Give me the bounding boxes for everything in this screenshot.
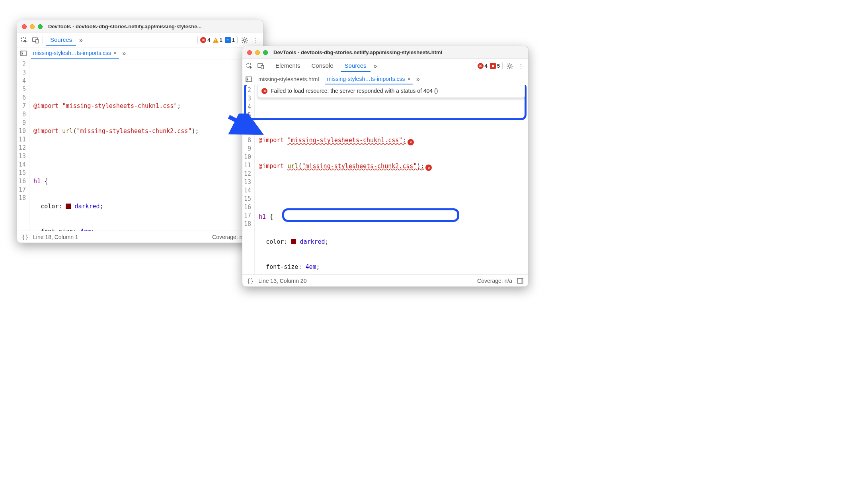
close-window-icon[interactable] [247,50,252,55]
panel-tab-console[interactable]: Console [308,60,337,72]
device-toolbar-icon[interactable] [257,62,265,70]
more-tabs-icon[interactable]: » [122,50,126,57]
format-icon[interactable]: { } [246,277,254,285]
info-badge[interactable]: ≡1 [225,37,235,43]
coverage-status: Coverage: n/a [477,278,512,284]
svg-line-9 [242,38,243,39]
file-tabbar: missing-stylesh…ts-imports.css × » [17,47,263,59]
file-tabbar: missing-stylesheets.html missing-stylesh… [242,73,528,85]
maximize-window-icon[interactable] [263,50,268,55]
issue-badges[interactable]: ✕4 ■5 [475,62,503,70]
code-editor[interactable]: 23456789101112131415161718 ✕ Failed to l… [242,85,528,274]
arrow-annotation [226,114,265,139]
code-area[interactable]: @import "missing-stylesheets-chukn1.css"… [29,59,263,231]
file-tab-css[interactable]: missing-stylesh…ts-imports.css × [31,48,119,59]
close-tab-icon[interactable]: × [113,50,117,56]
panel-tab-sources[interactable]: Sources [341,60,371,72]
inline-error-icon[interactable]: ✕ [425,165,432,171]
svg-line-28 [511,64,512,65]
sidebar-toggle-icon[interactable] [516,277,524,285]
minimize-window-icon[interactable] [30,24,35,29]
svg-rect-3 [36,39,38,43]
navigator-toggle-icon[interactable] [20,49,27,57]
error-badge[interactable]: ✕4 [200,37,210,43]
inspect-icon[interactable] [20,36,28,44]
maximize-window-icon[interactable] [38,24,43,29]
svg-line-25 [507,64,508,65]
titlebar[interactable]: DevTools - devtools-dbg-stories.netlify.… [17,20,263,33]
svg-line-12 [246,38,247,39]
error-badge[interactable]: ✕4 [478,63,488,69]
divider [268,62,268,71]
main-toolbar: Elements Console Sources » ✕4 ■5 ⋮ [242,59,528,73]
more-icon[interactable]: ⋮ [517,62,525,70]
titlebar[interactable]: DevTools - devtools-dbg-stories.netlify.… [242,46,528,59]
gutter: 23456789101112131415161718 [17,59,29,231]
error-icon: ✕ [261,88,267,94]
main-toolbar: Sources » ✕4 1 ≡1 ⋮ [17,33,263,47]
inspect-icon[interactable] [246,62,254,70]
svg-line-27 [507,68,508,69]
status-bar: { } Line 13, Column 20 Coverage: n/a [242,274,528,286]
error-tooltip: ✕ Failed to load resource: the server re… [258,85,525,98]
issues-badge[interactable]: ■5 [490,63,500,69]
inline-error-icon[interactable]: ✕ [408,139,414,145]
more-panels-icon[interactable]: » [79,37,83,44]
svg-line-0 [229,117,257,131]
window-title: DevTools - devtools-dbg-stories.netlify.… [273,49,442,55]
color-swatch[interactable] [291,239,296,244]
color-swatch[interactable] [66,204,71,209]
divider [43,36,43,45]
svg-point-20 [509,65,511,67]
svg-point-4 [244,39,246,41]
devtools-window-after: DevTools - devtools-dbg-stories.netlify.… [242,46,529,287]
more-icon[interactable]: ⋮ [252,36,260,44]
warning-badge[interactable]: 1 [213,37,222,43]
svg-line-11 [242,42,243,43]
code-editor[interactable]: 23456789101112131415161718 @import "miss… [17,59,263,231]
gear-icon[interactable] [506,62,514,70]
window-title: DevTools - devtools-dbg-stories.netlify.… [48,24,201,29]
more-panels-icon[interactable]: » [374,63,377,70]
cursor-position: Line 18, Column 1 [33,234,78,240]
issue-badges[interactable]: ✕4 1 ≡1 [197,36,238,44]
svg-line-26 [511,68,512,69]
format-icon[interactable]: { } [21,233,29,241]
gear-icon[interactable] [241,36,249,44]
close-tab-icon[interactable]: × [408,76,411,82]
close-window-icon[interactable] [22,24,27,29]
svg-rect-19 [261,65,263,69]
file-tab-html[interactable]: missing-stylesheets.html [256,74,322,84]
navigator-toggle-icon[interactable] [245,75,253,83]
minimize-window-icon[interactable] [255,50,260,55]
panel-tab-sources[interactable]: Sources [46,34,76,46]
panel-tab-elements[interactable]: Elements [271,60,304,72]
status-bar: { } Line 18, Column 1 Coverage: n/a [17,231,263,243]
svg-line-10 [246,42,247,43]
file-tab-css[interactable]: missing-stylesh…ts-imports.css × [325,74,413,84]
more-tabs-icon[interactable]: » [416,76,420,83]
code-area[interactable]: ✕ Failed to load resource: the server re… [255,85,528,274]
device-toolbar-icon[interactable] [31,36,39,44]
svg-rect-32 [521,278,523,283]
cursor-position: Line 13, Column 20 [258,278,306,284]
